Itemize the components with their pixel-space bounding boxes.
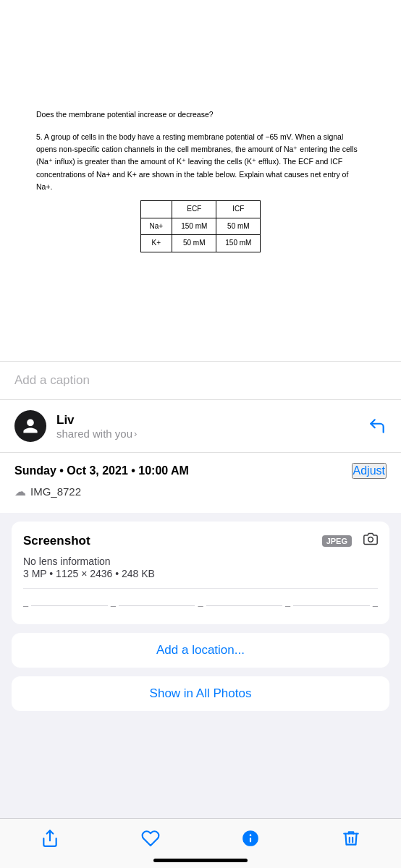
table-row: K+ 50 mM 150 mM bbox=[140, 235, 261, 252]
specs-info: 3 MP • 1125 × 2436 • 248 KB bbox=[23, 568, 378, 579]
reply-icon bbox=[368, 417, 387, 435]
table-cell-na-ecf: 150 mM bbox=[172, 218, 216, 235]
slider-line-2 bbox=[119, 605, 195, 606]
table-cell-na-label: Na+ bbox=[140, 218, 172, 235]
cloud-icon: ☁ bbox=[14, 485, 26, 498]
adjust-button[interactable]: Adjust bbox=[352, 463, 387, 479]
heart-button[interactable] bbox=[141, 829, 160, 848]
chevron-right-icon: › bbox=[134, 428, 137, 439]
caption-area[interactable]: Add a caption bbox=[0, 362, 401, 400]
info-button[interactable] bbox=[241, 829, 260, 848]
table-cell-k-ecf: 50 mM bbox=[172, 235, 216, 252]
shared-by-section: Liv shared with you › bbox=[0, 400, 401, 453]
info-card-badge-row: JPEG bbox=[322, 532, 378, 550]
numbered-item: 5. A group of cells in the body have a r… bbox=[36, 131, 365, 252]
info-card-header: Screenshot JPEG bbox=[23, 532, 378, 550]
slider-tick-4: – bbox=[285, 600, 290, 611]
info-icon bbox=[241, 829, 260, 848]
location-card[interactable]: Add a location... bbox=[12, 633, 389, 668]
table-header-icf: ICF bbox=[216, 201, 261, 218]
shared-subtitle-text: shared with you bbox=[56, 427, 132, 440]
slider-line-4 bbox=[293, 605, 369, 606]
filename: IMG_8722 bbox=[30, 485, 81, 498]
slider-line-3 bbox=[206, 605, 282, 606]
date-text: Sunday • Oct 3, 2021 • 10:00 AM bbox=[14, 464, 189, 477]
divider bbox=[23, 588, 378, 589]
bottom-spacer bbox=[0, 711, 401, 776]
document-content: Does the membrane potential increase or … bbox=[36, 109, 365, 252]
camera-icon bbox=[363, 532, 378, 550]
add-location-button[interactable]: Add a location... bbox=[23, 643, 378, 658]
table-header-ecf: ECF bbox=[172, 201, 216, 218]
trash-icon bbox=[342, 829, 360, 848]
camera-svg-icon bbox=[363, 532, 378, 546]
table-cell-na-icf: 50 mM bbox=[216, 218, 261, 235]
item-number: 5. bbox=[36, 132, 43, 141]
shared-by-info: Liv shared with you › bbox=[56, 413, 137, 440]
numbered-text: 5. A group of cells in the body have a r… bbox=[36, 131, 365, 194]
ion-table: ECF ICF Na+ 150 mM 50 mM K+ 50 mM bbox=[140, 200, 261, 252]
filename-row: ☁ IMG_8722 bbox=[14, 485, 387, 509]
info-card: Screenshot JPEG No lens information 3 MP… bbox=[12, 522, 389, 624]
avatar bbox=[14, 410, 46, 442]
question-text: Does the membrane potential increase or … bbox=[36, 110, 214, 119]
slider-row[interactable]: – – – – – bbox=[23, 597, 378, 614]
table-cell-k-icf: 150 mM bbox=[216, 235, 261, 252]
item-text: A group of cells in the body have a rest… bbox=[36, 132, 358, 191]
jpeg-badge: JPEG bbox=[322, 535, 352, 547]
slider-tick-1: – bbox=[23, 600, 28, 611]
trash-button[interactable] bbox=[342, 829, 360, 848]
show-all-photos-button[interactable]: Show in All Photos bbox=[23, 686, 378, 701]
caption-placeholder: Add a caption bbox=[14, 373, 90, 387]
table-header-empty bbox=[140, 201, 172, 218]
heart-icon bbox=[141, 829, 160, 848]
table-row: Na+ 150 mM 50 mM bbox=[140, 218, 261, 235]
person-icon bbox=[22, 417, 39, 435]
svg-point-0 bbox=[368, 537, 373, 542]
slider-tick-5: – bbox=[373, 600, 378, 611]
table-cell-k-label: K+ bbox=[140, 235, 172, 252]
table-wrapper: ECF ICF Na+ 150 mM 50 mM K+ 50 mM bbox=[36, 200, 365, 252]
home-indicator bbox=[153, 859, 248, 862]
lens-info: No lens information bbox=[23, 556, 378, 567]
shared-by-left: Liv shared with you › bbox=[14, 410, 137, 442]
image-preview: Does the membrane potential increase or … bbox=[0, 0, 401, 362]
date-row: Sunday • Oct 3, 2021 • 10:00 AM Adjust bbox=[14, 463, 387, 479]
show-all-card[interactable]: Show in All Photos bbox=[12, 676, 389, 711]
info-card-title: Screenshot bbox=[23, 534, 90, 548]
shared-subtitle: shared with you › bbox=[56, 427, 137, 440]
share-button[interactable] bbox=[41, 829, 59, 848]
slider-tick-3: – bbox=[198, 600, 203, 611]
slider-tick-2: – bbox=[111, 600, 116, 611]
date-section: Sunday • Oct 3, 2021 • 10:00 AM Adjust ☁… bbox=[0, 453, 401, 513]
share-icon bbox=[41, 829, 59, 848]
reply-button[interactable] bbox=[368, 417, 387, 435]
contact-name: Liv bbox=[56, 413, 137, 427]
question-line: Does the membrane potential increase or … bbox=[36, 109, 365, 121]
slider-line-1 bbox=[31, 605, 107, 606]
